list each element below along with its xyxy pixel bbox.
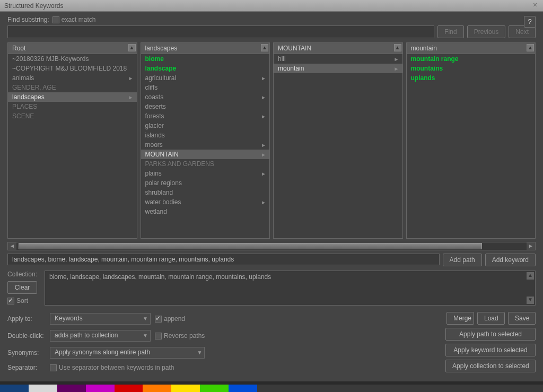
checkbox-icon bbox=[52, 16, 59, 23]
chevron-right-icon: ► bbox=[261, 93, 266, 102]
append-checkbox[interactable]: append bbox=[155, 315, 205, 323]
list-item[interactable]: SCENE bbox=[8, 111, 137, 121]
scroll-up-icon[interactable]: ▲ bbox=[128, 44, 136, 51]
list-item[interactable]: deserts bbox=[141, 102, 270, 111]
scroll-up-icon[interactable]: ▲ bbox=[527, 44, 534, 51]
synonyms-label: Synonyms: bbox=[7, 349, 46, 356]
checkbox-icon bbox=[7, 298, 14, 304]
close-icon[interactable]: × bbox=[530, 1, 540, 10]
list-item[interactable]: shrubland bbox=[141, 188, 270, 197]
column-header: MOUNTAIN bbox=[274, 43, 402, 54]
apply-keyword-button[interactable]: Apply keyword to selected bbox=[445, 344, 536, 356]
column-header: Root bbox=[8, 43, 137, 54]
reverse-paths-checkbox[interactable]: Reverse paths bbox=[155, 332, 205, 339]
keyword-column: Root▲~20180326 MJB-Keywords~COPYRIGHT M&… bbox=[7, 42, 137, 239]
chevron-right-icon: ► bbox=[261, 112, 266, 121]
list-item[interactable]: plains► bbox=[141, 169, 270, 178]
scroll-right-icon[interactable]: ► bbox=[527, 242, 535, 250]
list-item[interactable]: islands bbox=[141, 130, 270, 140]
list-item[interactable]: uplands bbox=[407, 73, 536, 83]
save-button[interactable]: Save bbox=[508, 312, 536, 325]
scroll-up-icon[interactable]: ▲ bbox=[527, 272, 534, 280]
chevron-right-icon: ► bbox=[261, 74, 266, 83]
list-item[interactable]: coasts► bbox=[141, 92, 270, 102]
list-item[interactable]: agricultural► bbox=[141, 73, 270, 83]
double-click-label: Double-click: bbox=[7, 332, 46, 339]
synonyms-select[interactable]: Apply synonyms along entire path ▼ bbox=[50, 347, 205, 359]
list-item[interactable]: PARKS AND GARDENS bbox=[141, 159, 270, 169]
list-item[interactable]: cliffs bbox=[141, 83, 270, 92]
list-item[interactable]: mountain range bbox=[407, 54, 536, 64]
list-item[interactable]: landscapes► bbox=[8, 92, 137, 102]
keyword-column: landscapes▲biomelandscapeagricultural►cl… bbox=[141, 42, 270, 239]
keyword-column: mountain▲mountain rangemountainsuplands bbox=[406, 42, 536, 239]
list-item[interactable]: polar regions bbox=[141, 178, 270, 188]
load-button[interactable]: Load bbox=[477, 312, 505, 325]
use-separator-checkbox[interactable]: Use separator between keywords in path bbox=[50, 364, 205, 371]
scroll-up-icon[interactable]: ▲ bbox=[394, 44, 401, 51]
chevron-down-icon: ▼ bbox=[197, 350, 202, 355]
apply-to-label: Apply to: bbox=[7, 315, 46, 323]
scroll-left-icon[interactable]: ◄ bbox=[8, 242, 16, 250]
window-body: Find substring: exact match ? Find Previ… bbox=[0, 12, 543, 381]
help-button[interactable]: ? bbox=[524, 16, 536, 28]
bottom-controls: Apply to: Keywords ▼ append Double-click… bbox=[7, 312, 536, 372]
chevron-right-icon: ► bbox=[394, 65, 399, 73]
list-item[interactable]: moors► bbox=[141, 140, 270, 150]
column-header: mountain bbox=[407, 43, 536, 54]
list-item[interactable]: ~20180326 MJB-Keywords bbox=[8, 54, 137, 64]
scroll-up-icon[interactable]: ▲ bbox=[261, 44, 268, 51]
search-input[interactable] bbox=[7, 25, 434, 38]
list-item[interactable]: GENDER, AGE bbox=[8, 83, 137, 92]
list-item[interactable]: mountain► bbox=[274, 64, 402, 73]
scroll-down-icon[interactable]: ▼ bbox=[527, 297, 534, 304]
list-item[interactable]: MOUNTAIN► bbox=[141, 150, 270, 159]
keyword-column: MOUNTAIN▲hill►mountain► bbox=[273, 42, 403, 239]
column-body: hill►mountain► bbox=[274, 54, 402, 238]
list-item[interactable]: wetland bbox=[141, 207, 270, 216]
list-item[interactable]: animals► bbox=[8, 73, 137, 83]
previous-button[interactable]: Previous bbox=[467, 25, 506, 38]
chevron-right-icon: ► bbox=[394, 55, 399, 64]
clear-button[interactable]: Clear bbox=[7, 281, 37, 294]
sort-label: Sort bbox=[16, 297, 28, 304]
append-label: append bbox=[164, 315, 185, 323]
checkbox-icon bbox=[155, 333, 162, 339]
column-body: ~20180326 MJB-Keywords~COPYRIGHT M&J BLO… bbox=[8, 54, 137, 238]
list-item[interactable]: PLACES bbox=[8, 102, 137, 111]
apply-path-button[interactable]: Apply path to selected bbox=[445, 328, 536, 341]
list-item[interactable]: landscape bbox=[141, 64, 270, 73]
reverse-paths-label: Reverse paths bbox=[164, 332, 205, 339]
double-click-select[interactable]: adds path to collection ▼ bbox=[50, 330, 151, 342]
horizontal-scrollbar[interactable]: ◄ ► bbox=[7, 242, 536, 250]
list-item[interactable]: biome bbox=[141, 54, 270, 64]
chevron-right-icon: ► bbox=[128, 74, 134, 83]
add-path-button[interactable]: Add path bbox=[443, 254, 482, 266]
list-item[interactable]: water bodies► bbox=[141, 197, 270, 207]
chevron-down-icon: ▼ bbox=[143, 333, 148, 338]
chevron-right-icon: ► bbox=[261, 151, 266, 159]
path-input[interactable] bbox=[7, 254, 440, 265]
list-item[interactable]: hill► bbox=[274, 54, 402, 64]
list-item[interactable]: forests► bbox=[141, 111, 270, 121]
collection-area[interactable]: biome, landscape, landscapes, mountain, … bbox=[45, 271, 536, 306]
scroll-thumb[interactable] bbox=[19, 243, 482, 249]
list-item[interactable]: mountains bbox=[407, 64, 536, 73]
column-body: mountain rangemountainsuplands bbox=[407, 54, 536, 238]
merge-button[interactable]: Merge bbox=[446, 312, 474, 325]
add-keyword-button[interactable]: Add keyword bbox=[485, 254, 536, 266]
collection-block: Collection: Clear Sort biome, landscape,… bbox=[7, 271, 536, 306]
use-separator-label: Use separator between keywords in path bbox=[59, 364, 174, 371]
checkbox-icon bbox=[155, 316, 162, 323]
apply-collection-button[interactable]: Apply collection to selected bbox=[445, 360, 536, 372]
exact-match-checkbox[interactable]: exact match bbox=[52, 16, 96, 23]
chevron-right-icon: ► bbox=[128, 93, 134, 102]
chevron-down-icon: ▼ bbox=[143, 316, 148, 321]
find-button[interactable]: Find bbox=[437, 25, 463, 38]
list-item[interactable]: ~COPYRIGHT M&J BLOOMFIELD 2018 bbox=[8, 64, 137, 73]
apply-to-select[interactable]: Keywords ▼ bbox=[50, 313, 151, 325]
titlebar: Structured Keywords × bbox=[0, 0, 543, 12]
chevron-right-icon: ► bbox=[261, 141, 266, 150]
list-item[interactable]: glacier bbox=[141, 121, 270, 130]
sort-checkbox[interactable]: Sort bbox=[7, 297, 40, 304]
